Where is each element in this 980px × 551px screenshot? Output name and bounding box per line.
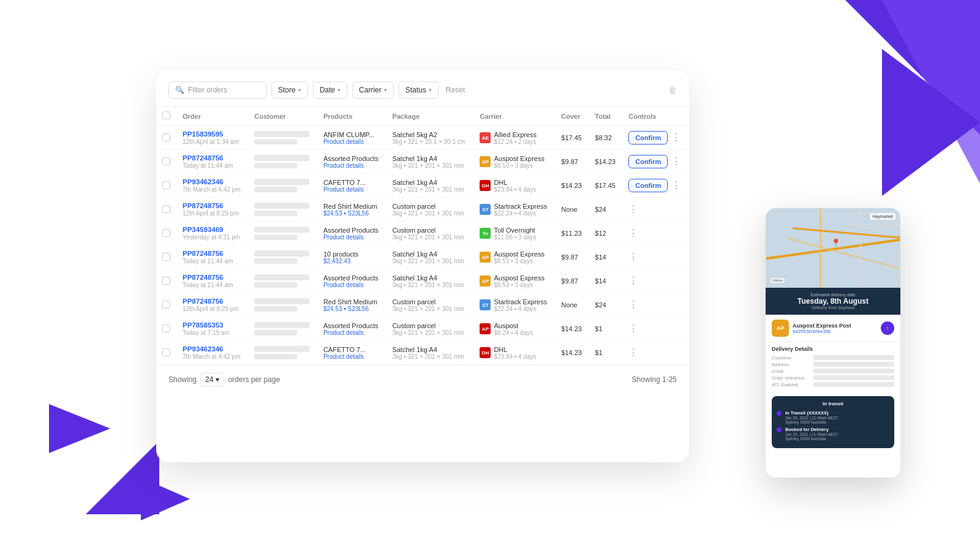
cover-value: $14.23 (561, 349, 582, 356)
product-detail[interactable]: Product details (323, 234, 380, 241)
product-cell: CAFETTO 7... Product details (317, 174, 386, 198)
row-checkbox[interactable] (162, 324, 170, 332)
select-all-checkbox[interactable] (162, 111, 170, 119)
customer-location (254, 282, 297, 288)
more-options-button[interactable]: ⋮ (671, 157, 681, 167)
carrier-name: Auspost Express (494, 274, 545, 282)
carrier-info: AP Auspost Express $8.53 • 3 days (480, 250, 549, 264)
order-id[interactable]: PP93462346 (183, 178, 242, 186)
carrier-cell: ST Startrack Express $22.24 • 4 days (473, 293, 555, 317)
more-options-button[interactable]: ⋮ (628, 204, 638, 214)
more-options-button[interactable]: ⋮ (628, 348, 638, 358)
more-options-button[interactable]: ⋮ (628, 300, 638, 310)
order-id[interactable]: PP34593469 (183, 226, 242, 233)
reset-button[interactable]: Reset (443, 82, 467, 98)
decorative-arrow-mid-left-2 (141, 478, 190, 520)
row-checkbox[interactable] (162, 301, 170, 309)
more-options-button[interactable]: ⋮ (628, 252, 638, 262)
table-row: PP87248756 Today at 11:44 am Assorted Pr… (156, 150, 689, 174)
product-detail: $24.53 • S23L56 (323, 305, 380, 312)
status-filter[interactable]: Status ▾ (399, 81, 439, 99)
row-checkbox[interactable] (162, 229, 170, 237)
package-dims: 3kg • 321 × 201 × 301 mm (392, 353, 467, 360)
package-cell: Custom parcel 3kg • 321 × 201 × 301 mm (386, 198, 473, 222)
product-detail[interactable]: Product details (323, 186, 380, 193)
order-cell: PP93462346 7th March at 4:42 pm (176, 174, 248, 198)
product-detail[interactable]: Product details (323, 282, 380, 288)
more-options-button[interactable]: ⋮ (628, 276, 638, 286)
date-filter[interactable]: Date ▾ (313, 81, 347, 99)
row-checkbox[interactable] (162, 348, 170, 356)
confirm-button[interactable]: Confirm (628, 155, 668, 168)
customer-name (254, 298, 309, 304)
product-detail[interactable]: Product details (323, 162, 380, 169)
row-checkbox[interactable] (162, 205, 170, 213)
order-id[interactable]: PP87248756 (183, 274, 242, 281)
per-page-select[interactable]: 24 ▾ (200, 373, 224, 386)
carrier-info: AP Auspost $8.24 • 4 days (480, 322, 549, 336)
map-label-haymarket: Haymarket (870, 213, 895, 220)
share-button[interactable]: ↑ (881, 321, 894, 335)
more-options-button[interactable]: ⋮ (628, 324, 638, 334)
map-road-3 (846, 224, 900, 225)
detail-row: Address: (772, 362, 894, 367)
status-filter-label: Status (405, 86, 426, 94)
chevron-down-icon: ▾ (337, 87, 341, 93)
carrier-info: DH DHL $23.84 • 4 days (480, 346, 549, 360)
total-cell: $14.23 (589, 150, 622, 174)
product-detail[interactable]: Product details (323, 353, 380, 360)
more-options-button[interactable]: ⋮ (671, 133, 681, 143)
customer-cell (248, 198, 317, 222)
customer-name (254, 131, 309, 137)
transit-location: Sydney, NSW Australia (785, 437, 839, 441)
customer-location (254, 187, 297, 192)
cover-cell: $11.23 (555, 222, 589, 246)
showing-label: Showing (168, 375, 197, 384)
carrier-info: AP Auspost Express $8.53 • 3 days (480, 274, 549, 288)
carrier-logo: AP (480, 156, 491, 167)
orders-per-page-label: orders per page (228, 375, 280, 384)
cover-cell: $14.23 (555, 174, 589, 198)
row-checkbox[interactable] (162, 181, 170, 189)
carrier-name: Startrack Express (494, 203, 547, 210)
controls-cell: ⋮ (622, 198, 689, 222)
order-id[interactable]: PP15839595 (183, 130, 242, 138)
chevron-down-icon: ▾ (216, 375, 219, 384)
order-id[interactable]: PP93462346 (183, 345, 242, 353)
more-options-button[interactable]: ⋮ (671, 181, 681, 190)
product-detail[interactable]: Product details (323, 329, 380, 336)
order-id[interactable]: PP78585353 (183, 321, 242, 329)
order-id[interactable]: PP87248756 (183, 202, 242, 209)
carrier-price: $22.24 • 4 days (494, 210, 547, 217)
order-id[interactable]: PP87248756 (183, 298, 242, 305)
row-checkbox[interactable] (162, 157, 170, 165)
search-input[interactable]: 🔍 Filter orders (168, 81, 266, 99)
package-cell: Custom parcel 3kg • 321 × 201 × 301 mm (386, 222, 473, 246)
date-filter-label: Date (320, 86, 335, 94)
cover-value: $14.23 (561, 182, 582, 189)
order-cell: PP78585353 Today at 7:19 am (176, 317, 248, 341)
product-detail[interactable]: Product details (323, 138, 380, 145)
confirm-button[interactable]: Confirm (628, 179, 668, 192)
controls-group: ⋮ (628, 324, 683, 334)
carrier-cell: AP Auspost Express $8.53 • 3 days (473, 269, 555, 293)
row-checkbox[interactable] (162, 253, 170, 261)
order-id[interactable]: PP87248756 (183, 154, 242, 162)
detail-row: ATL Enabled: (772, 382, 894, 388)
confirm-button[interactable]: Confirm (628, 131, 668, 144)
order-date: Today at 11:44 am (183, 162, 233, 169)
store-filter[interactable]: Store ▾ (271, 81, 308, 99)
customer-cell (248, 269, 317, 293)
order-id[interactable]: PP87248756 (183, 250, 242, 257)
delete-button[interactable]: 🗑 (668, 85, 677, 95)
order-date: Today at 11:44 am (183, 282, 233, 288)
row-checkbox[interactable] (162, 133, 170, 141)
carrier-details: DHL $23.84 • 4 days (494, 346, 536, 360)
row-checkbox[interactable] (162, 277, 170, 285)
more-options-button[interactable]: ⋮ (628, 228, 638, 238)
controls-group: ⋮ (628, 204, 683, 214)
cover-value: $9.87 (561, 277, 578, 285)
controls-group: ⋮ (628, 228, 683, 238)
carrier-filter[interactable]: Carrier ▾ (352, 81, 394, 99)
chevron-down-icon: ▾ (429, 87, 432, 93)
